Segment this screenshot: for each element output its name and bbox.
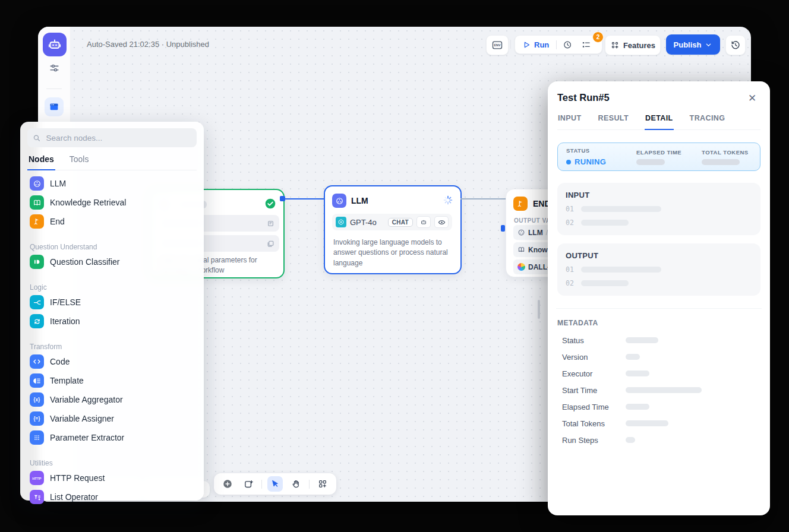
node-panel-tab-nodes[interactable]: Nodes — [27, 154, 55, 170]
metadata-skeleton — [626, 404, 649, 410]
running-dot-icon — [566, 160, 571, 164]
model-name: GPT-4o — [350, 218, 377, 227]
run-panel-tabs: INPUTRESULTDETAILTRACING — [557, 114, 760, 130]
node-item-label: Code — [50, 357, 70, 366]
node-item-if-else[interactable]: IF/ELSE — [27, 293, 197, 312]
node-item-question-classifier[interactable]: Question Classifier — [27, 252, 197, 271]
llm-node-icon — [332, 194, 346, 208]
line-number: 02 — [566, 279, 574, 287]
env-icon-label: ENV — [494, 43, 501, 47]
llm-node[interactable]: LLM GPT-4o CHAT Invoki — [324, 185, 462, 274]
model-selector[interactable]: GPT-4o CHAT — [332, 214, 452, 230]
node-item-iteration[interactable]: Iteration — [27, 312, 197, 331]
extractor-icon — [30, 430, 44, 445]
node-item-knowledge-retrieval[interactable]: Knowledge Retrieval — [27, 193, 197, 212]
node-panel-tabs: NodesTools — [27, 154, 197, 170]
listop-icon — [30, 490, 44, 504]
metadata-skeleton — [626, 437, 635, 443]
skeleton-line: 01 — [566, 265, 752, 274]
metadata-skeleton — [626, 354, 640, 360]
status-value: RUNING — [566, 157, 636, 166]
run-tab-tracing[interactable]: TRACING — [689, 114, 726, 129]
end-input-handle[interactable] — [501, 225, 505, 232]
output-card: OUTPUT 0102 — [557, 243, 760, 296]
classifier-icon — [30, 255, 44, 269]
chevron-down-icon — [705, 41, 712, 49]
run-tab-result[interactable]: RESULT — [598, 114, 629, 129]
pointer-mode-button[interactable] — [267, 476, 283, 492]
node-item-label: Variable Assigner — [50, 414, 114, 423]
metadata-label: Elapsed Time — [557, 403, 626, 411]
ifelse-icon — [30, 295, 44, 309]
metadata-label: Start Time — [557, 386, 626, 395]
node-item-variable-aggregator[interactable]: {x}Variable Aggregator — [27, 390, 197, 409]
vision-eye-icon — [434, 216, 449, 228]
scrollbar-thumb[interactable] — [538, 300, 540, 319]
node-item-label: Question Classifier — [50, 257, 120, 267]
run-group: Run — [515, 35, 602, 54]
version-history-button[interactable] — [725, 35, 746, 55]
elapsed-time-label: ELAPSED TIME — [636, 149, 702, 156]
node-item-label: Variable Aggregator — [50, 395, 123, 404]
chat-mode-badge: CHAT — [388, 218, 413, 227]
hand-mode-button[interactable] — [288, 476, 304, 492]
organize-nodes-button[interactable] — [315, 476, 330, 492]
varllm-icon — [517, 229, 525, 236]
run-button[interactable]: Run — [522, 40, 549, 49]
line-number: 01 — [566, 265, 574, 274]
node-search-box[interactable] — [27, 128, 197, 147]
node-item-list-operator[interactable]: List Operator — [27, 487, 197, 506]
run-history-clock-icon[interactable] — [563, 40, 573, 50]
add-node-button[interactable] — [220, 476, 235, 492]
features-icon — [610, 40, 620, 50]
line-skeleton — [581, 220, 629, 226]
test-run-panel: Test Run#5 ✕ INPUTRESULTDETAILTRACING ST… — [548, 81, 770, 515]
input-card-title: INPUT — [566, 191, 752, 200]
skeleton-line: 02 — [566, 279, 752, 287]
workflow-window-button[interactable] — [45, 97, 64, 116]
aggregator-icon: {x} — [30, 392, 44, 407]
toolbar-divider — [309, 480, 310, 489]
publish-button[interactable]: Publish — [666, 34, 720, 55]
total-tokens-skeleton — [702, 159, 740, 165]
add-note-button[interactable] — [241, 476, 256, 492]
metadata-row-status: Status — [557, 332, 760, 349]
iteration-icon — [30, 314, 44, 328]
node-item-http-request[interactable]: HTTPHTTP Request — [27, 468, 197, 487]
output-card-title: OUTPUT — [566, 251, 752, 260]
node-item-template[interactable]: Template — [27, 371, 197, 390]
run-tab-input[interactable]: INPUT — [557, 114, 582, 129]
http-icon: HTTP — [30, 471, 44, 485]
line-number: 01 — [566, 205, 574, 213]
node-item-end[interactable]: End — [27, 212, 197, 231]
node-search-panel: NodesTools LLMKnowledge RetrievalEndQues… — [20, 122, 204, 501]
svg-text:{=}: {=} — [33, 416, 40, 422]
metadata-row-total-tokens: Total Tokens — [557, 415, 760, 432]
node-panel-tab-tools[interactable]: Tools — [68, 154, 90, 170]
node-group-title: Question Understand — [30, 238, 194, 251]
code-icon — [30, 354, 44, 369]
node-search-input[interactable] — [45, 133, 191, 143]
close-icon[interactable]: ✕ — [745, 91, 759, 105]
node-item-label: List Operator — [50, 492, 98, 502]
play-icon — [522, 40, 531, 49]
node-item-parameter-extractor[interactable]: Parameter Extractor — [27, 428, 197, 447]
env-button[interactable]: ENV — [486, 35, 509, 55]
app-logo-robot-icon[interactable] — [43, 33, 67, 56]
node-item-label: HTTP Request — [50, 473, 105, 483]
checklist-icon[interactable] — [581, 40, 591, 50]
field-type-icon — [267, 220, 274, 227]
metadata-row-start-time: Start Time — [557, 382, 760, 398]
node-item-code[interactable]: Code — [27, 352, 197, 371]
metadata-row-run-steps: Run Steps — [557, 432, 760, 448]
node-item-label: IF/ELSE — [50, 297, 81, 307]
metadata-label: Total Tokens — [557, 419, 626, 428]
preferences-sliders-icon[interactable] — [48, 61, 61, 74]
field-type-icon — [267, 240, 274, 248]
run-tab-detail[interactable]: DETAIL — [645, 114, 674, 130]
line-number: 02 — [566, 218, 574, 227]
features-button[interactable]: Features — [605, 35, 661, 55]
node-item-variable-assigner[interactable]: {=}Variable Assigner — [27, 409, 197, 428]
metadata-skeleton — [626, 387, 702, 393]
node-item-llm[interactable]: LLM — [27, 174, 197, 193]
